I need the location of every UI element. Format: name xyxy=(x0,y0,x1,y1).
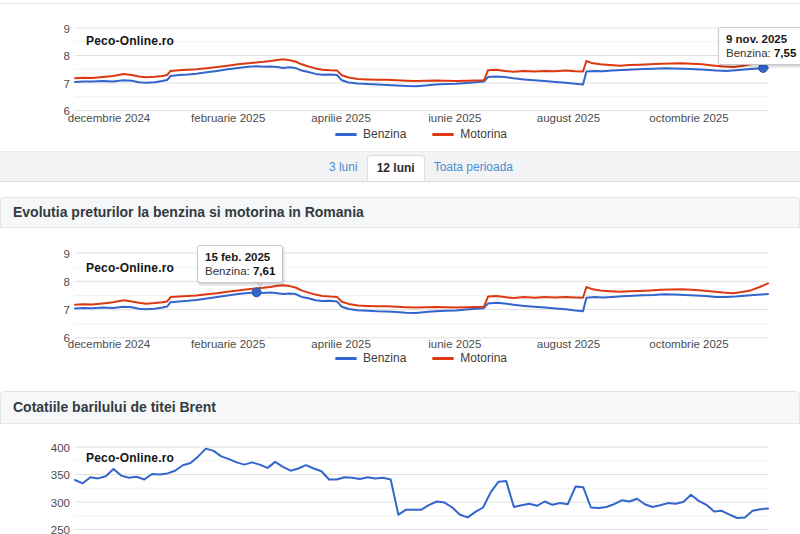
chart-tooltip: 15 feb. 2025 Benzina: 7,61 xyxy=(197,245,283,283)
brand-watermark: Peco-Online.ro xyxy=(86,261,174,275)
legend-item-motorina: Motorina xyxy=(432,351,507,365)
chart-tooltip: 9 nov. 2025 Benzina: 7,55 xyxy=(718,27,800,65)
y-axis-tick-label: 9 xyxy=(64,248,70,260)
chart-legend: Benzina Motorina xyxy=(21,127,800,141)
y-axis-tick-label: 9 xyxy=(64,23,70,35)
x-axis-tick-label: februarie 2025 xyxy=(191,112,265,124)
x-axis-tick-label: august 2025 xyxy=(537,112,600,124)
x-axis-tick-label: februarie 2025 xyxy=(191,338,265,350)
y-axis-tick-label: 400 xyxy=(51,442,70,454)
legend-item-benzina: Benzina xyxy=(335,127,406,141)
legend-label: Motorina xyxy=(460,127,507,141)
tooltip-value-row: Benzina: 7,55 xyxy=(726,46,796,60)
fuel-price-chart-main[interactable]: 9876decembrie 2024februarie 2025aprilie … xyxy=(0,235,800,370)
x-axis-tick-label: iunie 2025 xyxy=(428,112,481,124)
legend-label: Benzina xyxy=(363,127,406,141)
y-axis-tick-label: 8 xyxy=(64,50,70,62)
x-axis-tick-label: august 2025 xyxy=(537,338,600,350)
x-axis-tick-label: octombrie 2025 xyxy=(649,338,728,350)
tooltip-value-row: Benzina: 7,61 xyxy=(205,264,275,278)
y-axis-tick-label: 350 xyxy=(51,469,70,481)
brent-section-heading-text: Cotatiile barilului de titei Brent xyxy=(13,399,216,415)
legend-item-benzina: Benzina xyxy=(335,351,406,365)
y-axis-tick-label: 250 xyxy=(51,524,70,534)
x-axis-tick-label: decembrie 2024 xyxy=(68,112,151,124)
y-axis-tick-label: 8 xyxy=(64,276,70,288)
legend-label: Benzina xyxy=(363,351,406,365)
tab-toata-perioada[interactable]: Toata perioada xyxy=(425,155,522,181)
brand-watermark: Peco-Online.ro xyxy=(86,451,174,465)
x-axis-tick-label: aprilie 2025 xyxy=(311,112,370,124)
brent-price-chart[interactable]: 400350300250 xyxy=(0,430,800,534)
tooltip-date: 9 nov. 2025 xyxy=(726,32,796,46)
y-axis-tick-label: 7 xyxy=(64,304,70,316)
fuel-section-heading: Evolutia preturilor la benzina si motori… xyxy=(0,197,800,228)
fuel-chart-main-block: 9876decembrie 2024februarie 2025aprilie … xyxy=(0,235,800,370)
legend-item-motorina: Motorina xyxy=(432,127,507,141)
tab-12-luni[interactable]: 12 luni xyxy=(367,155,425,181)
x-axis-tick-label: aprilie 2025 xyxy=(311,338,370,350)
brent-section-heading: Cotatiile barilului de titei Brent xyxy=(0,391,800,424)
period-tabs: 3 luni 12 luni Toata perioada xyxy=(0,151,800,182)
x-axis-tick-label: decembrie 2024 xyxy=(68,338,151,350)
motorina-line-swatch xyxy=(432,133,454,136)
motorina-line-swatch xyxy=(432,357,454,360)
tooltip-date: 15 feb. 2025 xyxy=(205,250,275,264)
y-axis-tick-label: 300 xyxy=(51,497,70,509)
brent-series-line xyxy=(75,449,768,518)
selected-point-marker[interactable] xyxy=(252,288,261,297)
tab-3-luni[interactable]: 3 luni xyxy=(320,155,367,181)
legend-label: Motorina xyxy=(460,351,507,365)
chart-legend: Benzina Motorina xyxy=(21,351,800,365)
benzina-line-swatch xyxy=(335,133,357,136)
page: 9876decembrie 2024februarie 2025aprilie … xyxy=(0,0,800,534)
fuel-section-heading-text: Evolutia preturilor la benzina si motori… xyxy=(13,204,364,220)
brand-watermark: Peco-Online.ro xyxy=(86,34,174,48)
fuel-chart-top-block: 9876decembrie 2024februarie 2025aprilie … xyxy=(0,0,800,150)
x-axis-tick-label: octombrie 2025 xyxy=(649,112,728,124)
x-axis-tick-label: iunie 2025 xyxy=(428,338,481,350)
benzina-line-swatch xyxy=(335,357,357,360)
y-axis-tick-label: 7 xyxy=(64,78,70,90)
brent-chart-block: 400350300250 Peco-Online.ro xyxy=(0,430,800,534)
